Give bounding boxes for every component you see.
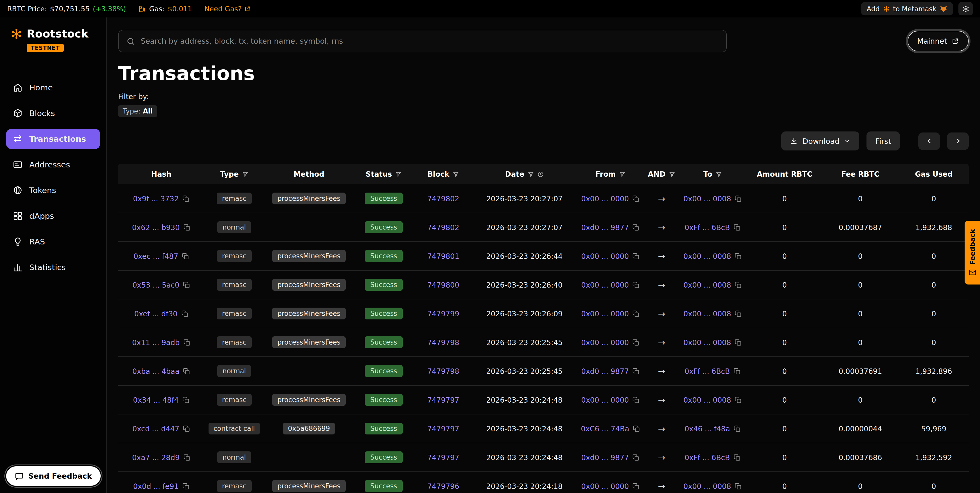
copy-icon[interactable] [735,281,742,288]
next-page-button[interactable] [947,132,969,150]
tx-hash-link[interactable]: 0xa7 ... 28d9 [132,453,180,461]
to-address-link[interactable]: 0x00 ... 0008 [683,281,731,289]
tx-hash-link[interactable]: 0x34 ... 48f4 [133,396,179,404]
to-address-link[interactable]: 0x00 ... 0008 [683,309,731,318]
block-link[interactable]: 7479798 [427,367,460,375]
logo[interactable]: Rootstock [6,28,100,40]
tx-hash-link[interactable]: 0x53 ... 5ac0 [132,281,180,289]
sidebar-item-transactions[interactable]: Transactions [6,129,100,149]
copy-icon[interactable] [182,482,189,490]
filter-icon[interactable] [452,171,459,177]
to-address-link[interactable]: 0x00 ... 0008 [683,396,731,404]
to-address-link[interactable]: 0x00 ... 0008 [683,338,731,347]
copy-icon[interactable] [735,253,742,259]
block-link[interactable]: 7479796 [427,482,460,490]
copy-icon[interactable] [183,224,191,231]
from-address-link[interactable]: 0x00 ... 0000 [581,309,629,318]
block-link[interactable]: 7479802 [427,223,460,231]
prev-page-button[interactable] [918,132,940,150]
copy-icon[interactable] [183,367,190,375]
from-address-link[interactable]: 0x00 ... 0000 [581,281,629,289]
copy-icon[interactable] [735,310,742,317]
copy-icon[interactable] [633,253,640,259]
to-address-link[interactable]: 0x46 ... f48a [684,425,730,433]
copy-icon[interactable] [633,339,640,346]
copy-icon[interactable] [633,281,640,288]
filter-icon[interactable] [619,171,625,177]
block-link[interactable]: 7479797 [427,453,460,461]
sidebar-item-statistics[interactable]: Statistics [6,257,100,277]
tx-hash-link[interactable]: 0xcd ... d447 [132,425,180,433]
copy-icon[interactable] [181,310,188,317]
block-link[interactable]: 7479801 [427,252,460,260]
to-address-link[interactable]: 0x00 ... 0008 [683,194,731,203]
send-feedback-button[interactable]: Send Feedback [6,466,101,486]
copy-icon[interactable] [182,253,189,259]
block-link[interactable]: 7479797 [427,396,460,404]
add-to-metamask-button[interactable]: Add to Metamask [861,2,953,15]
tx-hash-link[interactable]: 0x9f ... 3732 [133,194,179,203]
copy-icon[interactable] [633,367,640,375]
block-link[interactable]: 7479799 [427,309,460,318]
copy-icon[interactable] [183,454,191,461]
copy-icon[interactable] [735,396,742,403]
copy-icon[interactable] [734,425,741,432]
copy-icon[interactable] [183,425,190,432]
to-address-link[interactable]: 0xFf ... 6BcB [685,367,730,375]
from-address-link[interactable]: 0x00 ... 0000 [581,396,629,404]
tx-hash-link[interactable]: 0xba ... 4baa [132,367,180,375]
copy-icon[interactable] [633,224,640,231]
tx-hash-link[interactable]: 0x62 ... b930 [132,223,180,231]
copy-icon[interactable] [735,482,742,490]
filter-icon[interactable] [527,171,534,177]
copy-icon[interactable] [183,281,190,288]
block-link[interactable]: 7479800 [427,281,460,289]
from-address-link[interactable]: 0xC6 ... 74Ba [581,425,629,433]
snowflake-button[interactable] [958,2,973,15]
copy-icon[interactable] [183,339,191,346]
block-link[interactable]: 7479798 [427,338,460,347]
mainnet-button[interactable]: Mainnet [907,31,969,51]
copy-icon[interactable] [633,310,640,317]
copy-icon[interactable] [733,224,741,231]
copy-icon[interactable] [633,396,640,403]
tx-hash-link[interactable]: 0xef ... df30 [134,309,177,318]
to-address-link[interactable]: 0x00 ... 0008 [683,252,731,260]
copy-icon[interactable] [633,195,640,202]
sidebar-item-tokens[interactable]: Tokens [6,180,100,200]
sidebar-item-dapps[interactable]: dApps [6,206,100,226]
filter-icon[interactable] [715,171,722,177]
copy-icon[interactable] [733,367,741,375]
need-gas-link[interactable]: Need Gas? [204,5,251,13]
copy-icon[interactable] [633,425,640,432]
tx-hash-link[interactable]: 0xec ... f487 [134,252,178,260]
type-filter-chip[interactable]: Type: All [118,105,157,117]
filter-icon[interactable] [395,171,402,177]
copy-icon[interactable] [733,454,741,461]
to-address-link[interactable]: 0x00 ... 0008 [683,482,731,490]
download-button[interactable]: Download [781,132,859,151]
sidebar-item-ras[interactable]: RAS [6,232,100,252]
block-link[interactable]: 7479797 [427,425,460,433]
copy-icon[interactable] [633,454,640,461]
from-address-link[interactable]: 0x00 ... 0000 [581,338,629,347]
from-address-link[interactable]: 0x00 ... 0000 [581,194,629,203]
from-address-link[interactable]: 0xd0 ... 9877 [581,453,629,461]
search-input[interactable] [141,37,719,45]
tx-hash-link[interactable]: 0x11 ... 9adb [132,338,180,347]
from-address-link[interactable]: 0x00 ... 0000 [581,252,629,260]
block-link[interactable]: 7479802 [427,194,460,203]
copy-icon[interactable] [633,482,640,490]
sidebar-item-addresses[interactable]: Addresses [6,154,100,175]
copy-icon[interactable] [735,195,742,202]
filter-icon[interactable] [242,171,248,177]
from-address-link[interactable]: 0x00 ... 0000 [581,482,629,490]
sidebar-item-home[interactable]: Home [6,78,100,97]
from-address-link[interactable]: 0xd0 ... 9877 [581,223,629,231]
to-address-link[interactable]: 0xFf ... 6BcB [685,223,730,231]
copy-icon[interactable] [735,339,742,346]
copy-icon[interactable] [182,396,189,403]
first-page-button[interactable]: First [867,132,900,151]
sidebar-item-blocks[interactable]: Blocks [6,103,100,123]
from-address-link[interactable]: 0xd0 ... 9877 [581,367,629,375]
